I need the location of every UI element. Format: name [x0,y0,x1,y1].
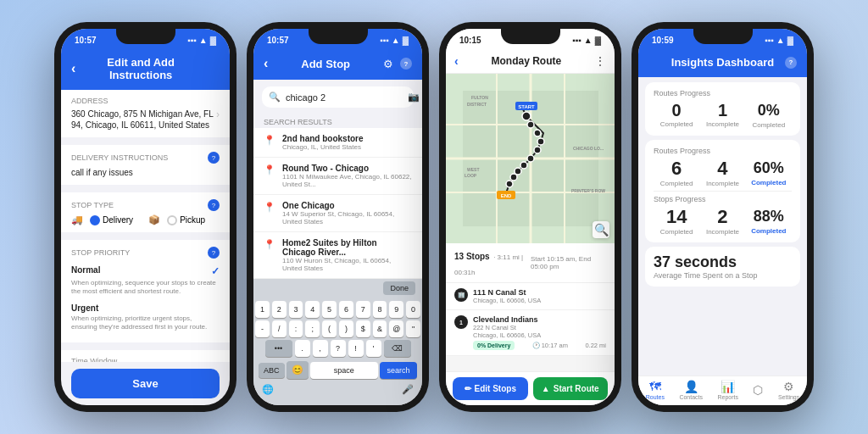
chevron-icon: › [216,108,220,122]
route-info-bar: 13 Stops · 3:11 mi | 00:31h Start 10:15 … [446,243,615,283]
nav-reports[interactable]: 📊 Reports [717,380,738,400]
address-field[interactable]: 360 Chicago, 875 N Michigan Ave, FL 94, … [71,108,220,131]
pickup-option[interactable]: Pickup [167,215,205,225]
edit-stops-label: Edit Stops [475,384,516,393]
svg-point-9 [527,121,534,128]
key-paren-r[interactable]: ) [339,320,353,337]
result-item-3[interactable]: 📍 One Chicago 14 W Superior St, Chicago,… [253,195,422,232]
key-9[interactable]: 9 [389,301,403,318]
stop-type-info-icon[interactable]: ? [208,199,220,211]
space-key[interactable]: space [310,362,378,379]
done-button[interactable]: Done [383,281,415,295]
key-period[interactable]: . [295,340,310,357]
mic-icon[interactable]: 🎤 [402,384,414,395]
save-button[interactable]: Save [71,369,220,398]
svg-text:LOOP: LOOP [465,173,477,178]
key-slash[interactable]: / [272,320,287,337]
clock-icon: 🕐 [532,342,540,349]
back-button[interactable]: ‹ [454,54,459,68]
nav-hex[interactable]: ⬡ [753,383,763,398]
normal-priority[interactable]: Normal ✓ When optimizing, sequence your … [71,262,220,300]
key-dash[interactable]: - [255,320,270,337]
help-icon[interactable]: ? [400,58,412,70]
key-dollar[interactable]: $ [356,320,370,337]
menu-icon[interactable]: ⋮ [594,54,606,68]
key-quote[interactable]: " [406,320,420,337]
stop-name: 111 N Canal St [473,288,606,297]
key-amp[interactable]: & [373,320,387,337]
info-icon[interactable]: ? [208,152,220,164]
pickup-label: Pickup [180,215,205,225]
search-bar[interactable]: 🔍 📷 ⊞ [262,86,414,108]
delivery-option[interactable]: Delivery [90,215,133,225]
reports-icon: 📊 [721,380,735,393]
svg-point-10 [534,130,541,136]
key-3[interactable]: 3 [289,301,303,318]
nav-settings[interactable]: ⚙ Settings [778,380,799,400]
back-button[interactable]: ‹ [264,56,268,71]
svg-text:CHICAGO LO...: CHICAGO LO... [573,146,604,151]
key-comma[interactable]: , [313,340,328,357]
stop-item-2[interactable]: 1 Cleveland Indians 222 N Canal St Chica… [446,310,615,356]
phone-edit-instructions: 10:57 ▪▪▪ ▲ ▓ ‹ Edit and Add Instruction… [54,22,236,412]
search-key[interactable]: search [380,362,417,379]
key-at[interactable]: @ [389,320,403,337]
phone-route-map: 10:15 ▪▪▪ ▲ ▓ ‹ Monday Route ⋮ [439,22,621,412]
edit-icon: ✏ [465,384,471,393]
key-semi[interactable]: ; [305,320,320,337]
gear-icon[interactable]: ⚙ [383,58,393,70]
stop-item-1[interactable]: 🏢 111 N Canal St Chicago, IL 60606, USA [446,283,615,310]
delivery-radio[interactable] [90,215,100,225]
key-question[interactable]: ? [331,340,346,357]
urgent-priority[interactable]: Urgent When optimizing, prioritize urgen… [71,300,220,336]
stat-pct-1: 0% Completed [746,102,792,129]
key-7[interactable]: 7 [356,301,370,318]
key-exclaim[interactable]: ! [348,340,364,357]
nav-routes[interactable]: 🗺 Routes [646,380,665,400]
key-8[interactable]: 8 [373,301,387,318]
key-2[interactable]: 2 [272,301,287,318]
key-4[interactable]: 4 [305,301,320,318]
back-button[interactable]: ‹ [71,61,75,76]
stat-label: Completed [654,228,699,236]
start-route-button[interactable]: ▲ Start Route [533,377,609,400]
emoji-button[interactable]: 😊 [287,361,309,379]
nav-contacts[interactable]: 👤 Contacts [679,380,703,400]
camera-icon[interactable]: 📷 [408,92,420,103]
result-item-2[interactable]: 📍 Round Two - Chicago 1101 N Milwaukee A… [253,158,422,195]
priority-info-icon[interactable]: ? [208,247,220,259]
delivery-instructions-field[interactable]: call if any issues [71,167,220,178]
help-icon[interactable]: ? [785,57,797,69]
zoom-button[interactable]: 🔍 [593,221,609,238]
divider [654,191,792,192]
key-paren-l[interactable]: ( [322,320,337,337]
time-value: 10:17 am [542,342,568,349]
search-input[interactable] [286,92,403,103]
result-item-1[interactable]: 📍 2nd hand bookstore Chicago, IL, United… [253,128,422,158]
routes-progress-card-1: Routes Progress 0 Completed 1 Incomplete… [645,82,800,136]
delete-key[interactable]: ⌫ [384,340,411,357]
globe-icon[interactable]: 🌐 [262,384,274,395]
svg-text:WEST: WEST [467,167,479,172]
abc-button[interactable]: ABC [259,363,285,378]
key-apostrophe[interactable]: ' [366,340,381,357]
nav-label: Routes [646,394,665,400]
battery-icon: ▓ [595,36,601,45]
stat-num: 0 [654,102,699,119]
pin-icon: 📍 [264,202,275,213]
result-item-4[interactable]: 📍 Home2 Suites by Hilton Chicago River..… [253,232,422,279]
result-name: One Chicago [282,201,412,210]
stat-num: 4 [699,159,745,178]
insights-content: Routes Progress 0 Completed 1 Incomplete… [638,77,807,376]
time-any[interactable]: Any time [186,361,220,362]
pickup-radio[interactable] [167,215,177,225]
urgent-desc: When optimizing, prioritize urgent stops… [71,314,220,332]
key-1[interactable]: 1 [255,301,270,318]
key-6[interactable]: 6 [339,301,353,318]
edit-stops-button[interactable]: ✏ Edit Stops [453,377,528,400]
key-5[interactable]: 5 [322,301,337,318]
key-0[interactable]: 0 [406,301,420,318]
key-colon[interactable]: : [289,320,303,337]
key-more[interactable]: ••• [265,340,292,357]
svg-text:PRINTER'S ROW: PRINTER'S ROW [571,188,605,193]
